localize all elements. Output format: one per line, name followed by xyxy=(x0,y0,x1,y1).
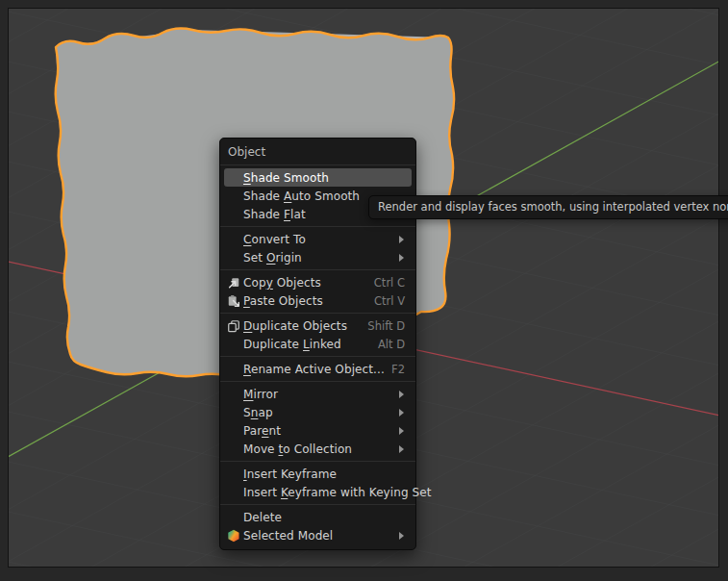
menu-separator xyxy=(220,356,415,357)
menu-item-insert-keyframe-with-keying-set[interactable]: Insert Keyframe with Keying Set xyxy=(224,483,412,501)
menu-item-snap[interactable]: Snap xyxy=(224,403,412,421)
submenu-arrow-icon xyxy=(399,236,408,243)
menu-item-paste-objects[interactable]: Paste ObjectsCtrl V xyxy=(224,291,412,310)
menu-item-label: Delete xyxy=(243,511,412,524)
menu-item-selected-model[interactable]: Selected Model xyxy=(224,526,412,544)
duplicate-icon xyxy=(224,319,243,333)
menu-separator xyxy=(220,226,415,227)
menu-item-duplicate-linked[interactable]: Duplicate LinkedAlt D xyxy=(224,335,412,353)
menu-separator xyxy=(220,461,415,462)
menu-item-label: Copy Objects xyxy=(243,276,374,290)
submenu-arrow-icon xyxy=(399,391,408,398)
menu-item-label: Paste Objects xyxy=(243,294,374,308)
menu-item-label: Duplicate Objects xyxy=(243,319,367,333)
submenu-arrow-icon xyxy=(399,409,408,417)
context-menu-title: Object xyxy=(220,142,415,162)
menu-item-convert-to[interactable]: Convert To xyxy=(224,230,412,248)
menu-item-insert-keyframe[interactable]: Insert Keyframe xyxy=(224,465,412,483)
menu-item-shortcut: Ctrl C xyxy=(374,276,412,290)
menu-separator xyxy=(220,164,415,165)
menu-item-move-to-collection[interactable]: Move to Collection xyxy=(224,440,412,458)
menu-item-parent[interactable]: Parent xyxy=(224,421,412,440)
menu-item-label: Insert Keyframe xyxy=(243,467,412,481)
menu-item-shortcut: Shift D xyxy=(367,319,412,333)
menu-item-label: Convert To xyxy=(243,233,397,246)
menu-item-label: Mirror xyxy=(243,388,397,401)
menu-item-label: Rename Active Object... xyxy=(243,363,391,376)
menu-item-label: Snap xyxy=(243,406,397,419)
menu-item-label: Selected Model xyxy=(243,529,397,543)
submenu-arrow-icon xyxy=(399,254,408,262)
menu-item-shortcut: Ctrl V xyxy=(374,294,412,308)
menu-item-label: Shade Smooth xyxy=(243,171,412,185)
menu-separator xyxy=(220,381,415,382)
menu-item-duplicate-objects[interactable]: Duplicate ObjectsShift D xyxy=(224,316,412,335)
menu-item-shortcut: Alt D xyxy=(378,338,412,351)
menu-separator xyxy=(220,269,415,270)
menu-item-copy-objects[interactable]: Copy ObjectsCtrl C xyxy=(224,273,412,291)
menu-separator xyxy=(220,313,415,314)
menu-item-label: Insert Keyframe with Keying Set xyxy=(243,486,432,499)
menu-separator xyxy=(220,504,415,505)
paste-icon xyxy=(224,294,243,308)
copy-icon xyxy=(224,276,243,290)
model-icon xyxy=(224,529,243,543)
menu-item-delete[interactable]: Delete xyxy=(224,508,412,526)
submenu-arrow-icon xyxy=(399,532,408,540)
menu-item-mirror[interactable]: Mirror xyxy=(224,385,412,403)
submenu-arrow-icon xyxy=(399,427,408,435)
menu-item-rename-active-object[interactable]: Rename Active Object...F2 xyxy=(224,360,412,378)
menu-item-label: Parent xyxy=(243,424,397,438)
tooltip-text: Render and display faces smooth, using i… xyxy=(378,200,728,214)
menu-item-shortcut: F2 xyxy=(391,363,412,376)
menu-item-set-origin[interactable]: Set Origin xyxy=(224,248,412,266)
tooltip: Render and display faces smooth, using i… xyxy=(368,195,728,219)
menu-item-label: Move to Collection xyxy=(243,442,397,456)
submenu-arrow-icon xyxy=(399,445,408,453)
menu-item-label: Duplicate Linked xyxy=(243,338,378,351)
menu-item-label: Set Origin xyxy=(243,251,397,265)
menu-item-shade-smooth[interactable]: Shade Smooth xyxy=(224,168,412,187)
